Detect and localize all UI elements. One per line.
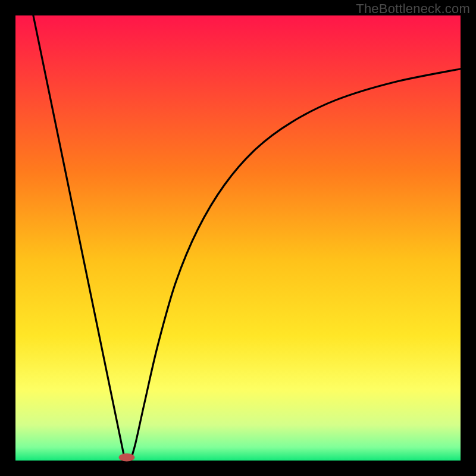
minimum-marker — [119, 453, 135, 461]
watermark-text: TheBottleneck.com — [356, 1, 470, 17]
chart-stage: TheBottleneck.com — [0, 0, 476, 476]
bottleneck-chart — [0, 0, 476, 476]
